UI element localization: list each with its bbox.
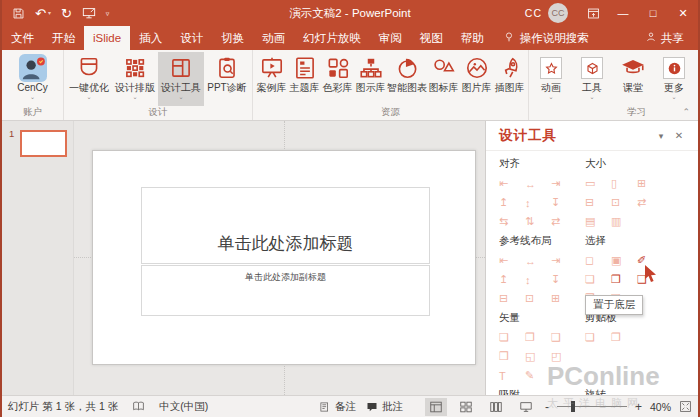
share-button[interactable]: 共享 [645,26,698,50]
fit-slide-width-icon[interactable]: ▤ [585,212,611,231]
illustration-library-button[interactable]: 插图库 [493,52,526,106]
align-left-icon[interactable]: ⇤ [499,174,525,193]
guide-right-icon[interactable]: ⇥ [551,251,577,270]
ribbon-display-options-button[interactable] [578,0,608,26]
equal-height-icon[interactable]: ▯ [611,174,637,193]
menu-tab-help[interactable]: 帮助 [452,26,493,50]
copy-icon[interactable]: ❏ [585,328,611,347]
case-library-button[interactable]: 案例库 [255,52,288,106]
select-same-format-icon[interactable]: ▣ [611,251,637,270]
paste-icon[interactable]: ❐ [611,328,637,347]
fit-to-window-button[interactable] [679,400,692,413]
menu-tab-animations[interactable]: 动画 [253,26,294,50]
slideshow-view-button[interactable] [515,398,537,416]
start-from-beginning-button[interactable] [82,6,96,20]
align-middle-icon[interactable]: ↕ [525,193,551,212]
customize-quick-access-button[interactable]: ▿ [106,10,110,17]
notes-button[interactable]: 备注 [319,400,356,414]
slide-sorter-view-button[interactable] [455,398,477,416]
equal-width-icon[interactable]: ▭ [585,174,611,193]
menu-tab-view[interactable]: 视图 [411,26,452,50]
redo-button[interactable]: ↻ [61,7,72,20]
language-status[interactable]: 中文(中国) [159,400,208,414]
pen-tool-icon[interactable]: ✎ [525,366,551,385]
shape-subtract-icon[interactable]: ❒ [499,347,525,366]
zoom-out-button[interactable]: - [545,400,549,414]
undo-button[interactable]: ↶▾ [35,7,51,20]
menu-tab-design[interactable]: 设计 [171,26,212,50]
color-library-button[interactable]: 色彩库 [321,52,354,106]
menu-tab-review[interactable]: 审阅 [370,26,411,50]
set-height-icon[interactable]: ⊡ [611,193,637,212]
guide-left-icon[interactable]: ⇤ [499,251,525,270]
guide-grid-icon[interactable]: ⊞ [551,289,577,308]
text-tool-icon[interactable]: T [499,366,525,385]
subtitle-placeholder[interactable]: 单击此处添加副标题 [141,265,430,316]
shape-fragment-icon[interactable]: ◱ [525,347,551,366]
guide-top-icon[interactable]: ↥ [499,270,525,289]
menu-tab-home[interactable]: 开始 [43,26,84,50]
guide-center-vertical-icon[interactable]: ↔ [525,251,551,270]
proofing-icon[interactable] [132,400,145,413]
icon-library-button[interactable]: 图标库 [427,52,460,106]
collapse-ribbon-button[interactable]: ⌃ [682,107,690,117]
bring-to-front-icon[interactable]: ❐ [611,270,637,289]
account-button[interactable]: CenCy ⌄ [4,52,61,106]
zoom-level[interactable]: 40% [650,401,671,413]
menu-tab-transitions[interactable]: 切换 [212,26,253,50]
zoom-slider[interactable] [557,406,627,407]
shape-intersect-icon[interactable]: ❑ [551,328,577,347]
distribute-horizontal-icon[interactable]: ⇆ [499,212,525,231]
ppt-diagnose-button[interactable]: PPT诊断 [204,52,250,106]
menu-tab-slideshow[interactable]: 幻灯片放映 [294,26,370,50]
reading-view-button[interactable] [485,398,507,416]
close-button[interactable]: ✕ [668,0,698,26]
guide-margin-horizontal-icon[interactable]: ⊟ [499,289,525,308]
title-placeholder[interactable]: 单击此处添加标题 [141,187,430,264]
swap-position-icon[interactable]: ⇄ [551,212,577,231]
picture-library-button[interactable]: 图片库 [460,52,493,106]
diagram-library-button[interactable]: 图示库 [354,52,387,106]
save-button[interactable] [12,7,25,20]
slide-thumbnail[interactable] [20,130,67,157]
shape-exclude-icon[interactable]: ◰ [551,347,577,366]
menu-tab-insert[interactable]: 插入 [130,26,171,50]
menu-tab-file[interactable]: 文件 [2,26,43,50]
swap-size-icon[interactable]: ⇄ [637,193,663,212]
set-width-icon[interactable]: ⊟ [585,193,611,212]
design-tools-button[interactable]: 设计工具⌄ [158,52,204,106]
bring-forward-icon[interactable]: ❏ [585,270,611,289]
fit-slide-height-icon[interactable]: ▥ [611,212,637,231]
classroom-button[interactable]: 课堂 [613,52,653,106]
tell-me-search[interactable]: 操作说明搜索 [503,26,589,50]
menu-tab-islide[interactable]: iSlide [84,26,130,50]
smart-chart-button[interactable]: 智能图表 [387,52,427,106]
normal-view-button[interactable] [425,398,447,416]
zoom-in-button[interactable]: + [635,400,642,414]
align-top-icon[interactable]: ↥ [499,193,525,212]
slide[interactable]: 单击此处添加标题 单击此处添加副标题 [92,150,476,365]
equal-size-icon[interactable]: ⊞ [637,174,663,193]
theme-library-button[interactable]: 主题库 [288,52,321,106]
panel-close-button[interactable]: ✕ [670,130,688,141]
guide-middle-icon[interactable]: ↕ [525,270,551,289]
marquee-select-icon[interactable]: ◻ [585,251,611,270]
one-key-optimize-button[interactable]: 一键优化⌄ [66,52,112,106]
align-right-icon[interactable]: ⇥ [551,174,577,193]
more-button[interactable]: 更多⌄ [654,52,694,106]
panel-menu-button[interactable]: ▾ [652,131,670,141]
user-avatar[interactable]: CC [548,3,568,23]
animation-button[interactable]: 动画⌄ [531,52,571,106]
guide-bottom-icon[interactable]: ↧ [551,270,577,289]
align-center-horizontal-icon[interactable]: ↔ [525,174,551,193]
align-bottom-icon[interactable]: ↧ [551,193,577,212]
zoom-slider-thumb[interactable] [571,401,575,412]
comments-button[interactable]: 批注 [366,400,403,414]
design-layout-button[interactable]: 设计排版⌄ [112,52,158,106]
guide-margin-vertical-icon[interactable]: ⊡ [525,289,551,308]
shape-combine-icon[interactable]: ❐ [525,328,551,347]
undo-dropdown-icon[interactable]: ▾ [48,10,51,16]
shape-union-icon[interactable]: ❏ [499,328,525,347]
minimize-button[interactable]: — [608,0,638,26]
distribute-vertical-icon[interactable]: ⇅ [525,212,551,231]
